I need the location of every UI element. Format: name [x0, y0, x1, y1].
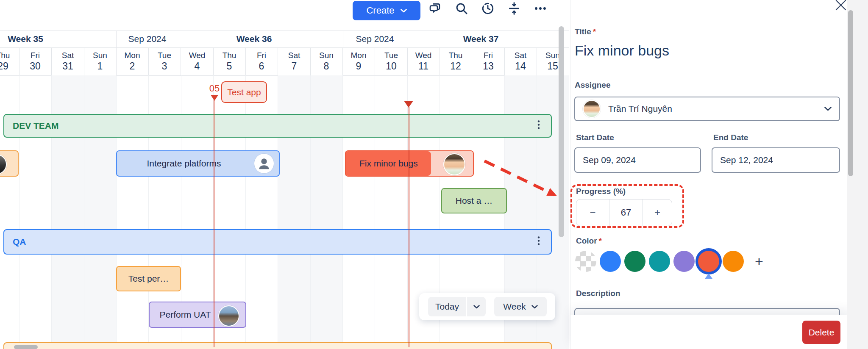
assignee-label: Assignee: [575, 80, 610, 90]
day-header-cell: Thu12: [440, 47, 472, 75]
assignee-name: Trần Trí Nguyên: [608, 104, 672, 114]
gantt-app-window: Create Week 35 Sep 2024 Week 36 Sep 2024…: [0, 0, 868, 349]
milestone-marker-icon[interactable]: [211, 95, 218, 101]
today-line: [409, 107, 409, 347]
task-bar-clipped-left[interactable]: [0, 150, 19, 177]
day-header-cell: Thu5: [213, 47, 246, 75]
avatar: [583, 100, 601, 118]
week-divider: [343, 30, 343, 47]
day-header-cell: Fri13: [472, 47, 505, 75]
group-label: QA: [13, 237, 26, 247]
month-header: Sep 2024: [351, 34, 399, 44]
end-date-label: End Date: [713, 133, 748, 142]
day-header-cell: Mon2: [116, 47, 149, 75]
milestone-line: [214, 99, 214, 347]
group-label: DEV TEAM: [13, 121, 59, 131]
fit-rows-icon[interactable]: [506, 0, 522, 17]
title-label: Title*: [575, 27, 596, 36]
task-title-value[interactable]: Fix minor bugs: [575, 42, 669, 59]
toolbar-icons: [427, 0, 548, 17]
day-header-cell: Sat14: [504, 47, 537, 75]
week-header: Week 37: [454, 34, 507, 44]
day-header-cell: Fri30: [19, 47, 52, 75]
create-button[interactable]: Create: [353, 1, 420, 20]
today-button[interactable]: Today: [428, 297, 466, 316]
day-header-cell: Tue3: [148, 47, 181, 75]
today-dropdown-button[interactable]: [467, 297, 486, 316]
milestone-pill[interactable]: Test app: [221, 81, 267, 103]
vertical-scrollbar[interactable]: [559, 26, 564, 237]
color-label: Color*: [576, 236, 602, 246]
day-header-cell: Sun8: [310, 47, 343, 75]
kebab-menu-icon[interactable]: [534, 120, 543, 132]
chevron-down-icon: [531, 305, 538, 309]
day-header-cell: Sat31: [52, 47, 84, 75]
day-header-cell: Wed4: [181, 47, 214, 75]
task-detail-panel: Title* Fix minor bugs Assignee Trần Trí …: [570, 0, 868, 349]
group-bar-bottom[interactable]: [3, 342, 552, 349]
add-color-button[interactable]: +: [755, 253, 763, 270]
chevron-down-icon: [473, 305, 480, 309]
chevron-down-icon: [401, 9, 407, 13]
day-header-cell: Sat7: [278, 47, 311, 75]
day-header-cell: Thu29: [0, 47, 19, 75]
create-button-label: Create: [366, 5, 394, 16]
day-header-cell: Tue10: [375, 47, 408, 75]
panel-scrollbar-thumb[interactable]: [848, 10, 853, 176]
search-icon[interactable]: [453, 0, 470, 17]
day-header-cell: Sun15: [537, 47, 569, 75]
week-divider: [116, 30, 117, 47]
group-bar-qa[interactable]: QA: [3, 229, 552, 255]
week-header: Week 35: [0, 34, 51, 44]
color-swatch-row: +: [575, 251, 763, 272]
day-header-cell: Wed11: [407, 47, 440, 75]
day-header-cell: Sun1: [84, 47, 117, 75]
today-marker-icon: [404, 101, 413, 108]
default-assignee-icon: [254, 154, 274, 173]
avatar: [218, 305, 239, 327]
chevron-down-icon: [824, 107, 832, 111]
week-header: Week 36: [228, 34, 281, 44]
progress-decrement-button[interactable]: −: [576, 199, 609, 226]
color-swatch-none[interactable]: [575, 251, 596, 272]
end-date-input[interactable]: Sep 12, 2024: [712, 147, 840, 173]
progress-stepper: − 67 +: [576, 199, 672, 226]
selected-color-pointer-icon: [705, 274, 712, 279]
color-swatch-blue[interactable]: [600, 251, 621, 272]
horizontal-scrollbar[interactable]: [14, 345, 38, 349]
avatar: [443, 153, 465, 175]
close-icon[interactable]: [835, 0, 847, 11]
description-label: Description: [576, 289, 620, 298]
group-bar-dev-team[interactable]: DEV TEAM: [3, 114, 552, 138]
month-header: Sep 2024: [123, 34, 172, 44]
start-date-label: Start Date: [576, 133, 614, 142]
task-bar-integrate-platforms[interactable]: Integrate platforms: [116, 150, 280, 177]
more-icon[interactable]: [532, 0, 548, 17]
view-controls: Today Week: [419, 293, 555, 320]
history-icon[interactable]: [480, 0, 496, 17]
assignee-select[interactable]: Trần Trí Nguyên: [574, 97, 840, 121]
day-header-cell: Fri6: [245, 47, 278, 75]
start-date-input[interactable]: Sep 09, 2024: [574, 147, 701, 173]
color-swatch-red-selected[interactable]: [698, 251, 719, 272]
color-swatch-green[interactable]: [624, 251, 645, 272]
color-swatch-orange[interactable]: [723, 251, 744, 272]
day-header-cell: Mon9: [342, 47, 375, 75]
zoom-level-dropdown[interactable]: Week: [494, 297, 547, 316]
kebab-menu-icon[interactable]: [534, 236, 543, 248]
header-top-border: [0, 30, 569, 31]
task-title: Perform UAT: [160, 310, 211, 320]
task-bar-perform-uat[interactable]: Perform UAT: [149, 302, 246, 328]
task-title: Integrate platforms: [147, 158, 221, 169]
task-bar-test-performance[interactable]: Test per…: [116, 266, 181, 291]
avatar: [0, 154, 7, 174]
delete-button[interactable]: Delete: [802, 321, 840, 344]
progress-value-input[interactable]: 67: [609, 199, 643, 226]
comments-icon[interactable]: [427, 0, 443, 17]
color-swatch-teal[interactable]: [649, 251, 670, 272]
color-swatch-purple[interactable]: [673, 251, 695, 272]
task-bar-fix-minor-bugs[interactable]: Fix minor bugs: [345, 150, 474, 177]
progress-label: Progress (%): [576, 187, 626, 196]
task-title: Test per…: [128, 274, 169, 284]
progress-increment-button[interactable]: +: [643, 199, 672, 226]
